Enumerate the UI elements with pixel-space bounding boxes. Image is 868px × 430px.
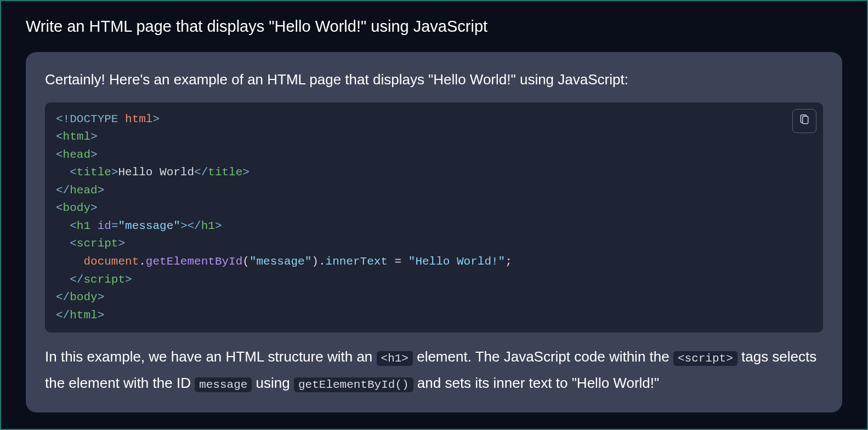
- code-token: >: [180, 220, 188, 232]
- code-line: <!DOCTYPE html>: [56, 111, 812, 129]
- code-token: </: [56, 184, 70, 197]
- code-token: <: [70, 166, 77, 179]
- code-line: <html>: [56, 128, 812, 146]
- code-line: <h1 id="message"></h1>: [56, 217, 812, 236]
- code-token: >: [98, 309, 105, 322]
- code-token: [56, 255, 83, 268]
- code-token: getElementById: [146, 255, 242, 268]
- code-token: <!: [56, 113, 70, 125]
- code-token: </: [56, 309, 70, 322]
- prompt-title: Write an HTML page that displays "Hello …: [26, 18, 842, 36]
- code-token: >: [152, 113, 160, 125]
- code-token: >: [125, 273, 132, 286]
- code-token: (: [242, 255, 249, 268]
- code-token: [401, 255, 409, 268]
- code-token: <: [70, 237, 77, 250]
- code-token: </: [188, 220, 201, 232]
- code-token: head: [70, 184, 97, 197]
- code-token: html: [70, 309, 97, 322]
- code-token: =: [111, 220, 118, 232]
- code-token: h1: [77, 220, 90, 232]
- response-card: Certainly! Here's an example of an HTML …: [26, 52, 842, 412]
- code-token: document: [83, 255, 139, 268]
- code-token: >: [98, 184, 105, 197]
- code-token: =: [395, 255, 402, 268]
- code-token: .: [139, 255, 146, 268]
- code-token: title: [208, 166, 242, 179]
- code-token: html: [118, 113, 152, 125]
- inline-code: message: [195, 377, 252, 392]
- code-token: DOCTYPE: [70, 113, 118, 125]
- code-line: <head>: [56, 146, 812, 164]
- code-token: h1: [201, 220, 215, 232]
- code-token: >: [98, 291, 105, 303]
- code-line: document.getElementById("message").inner…: [56, 253, 812, 271]
- code-token: body: [70, 291, 97, 303]
- inline-code: getElementById(): [294, 377, 413, 392]
- code-token: >: [215, 220, 222, 232]
- code-token: script: [77, 237, 118, 250]
- code-token: "message": [118, 220, 180, 232]
- code-token: [90, 220, 98, 232]
- code-token: >: [90, 202, 98, 214]
- code-token: >: [90, 148, 98, 161]
- code-token: [56, 237, 70, 250]
- inline-code: <script>: [673, 351, 737, 366]
- code-token: [56, 166, 70, 179]
- code-token: [388, 255, 395, 268]
- code-token: >: [111, 166, 118, 179]
- code-token: ): [311, 255, 319, 268]
- copy-button[interactable]: [792, 109, 816, 133]
- code-token: .: [319, 255, 326, 268]
- code-line: </html>: [56, 307, 812, 325]
- code-token: [56, 220, 70, 232]
- explanation-text: element. The JavaScript code within the: [413, 348, 673, 365]
- code-token: id: [98, 220, 111, 232]
- code-token: >: [90, 130, 98, 143]
- code-token: "message": [249, 255, 311, 268]
- code-line: </head>: [56, 182, 812, 200]
- explanation-text: and sets its inner text to "Hello World!…: [413, 375, 660, 391]
- response-explanation: In this example, we have an HTML structu…: [45, 343, 823, 396]
- code-token: <: [56, 148, 63, 161]
- code-token: script: [83, 273, 125, 286]
- code-token: body: [63, 202, 90, 214]
- code-token: <: [56, 130, 63, 143]
- code-token: </: [56, 291, 70, 303]
- code-token: [56, 273, 70, 286]
- svg-rect-0: [803, 116, 808, 123]
- code-token: </: [70, 273, 83, 286]
- explanation-text: In this example, we have an HTML structu…: [45, 348, 377, 365]
- response-intro: Certainly! Here's an example of an HTML …: [45, 68, 823, 91]
- code-token: head: [63, 148, 90, 161]
- code-token: </: [194, 166, 208, 179]
- code-line: <body>: [56, 199, 812, 217]
- code-line: </script>: [56, 271, 812, 289]
- inline-code: <h1>: [377, 351, 413, 366]
- code-token: <: [70, 220, 77, 232]
- code-token: >: [118, 237, 125, 250]
- explanation-text: using: [252, 375, 294, 391]
- code-token: Hello World: [118, 166, 194, 179]
- code-token: "Hello World!": [409, 255, 505, 268]
- code-token: title: [77, 166, 111, 179]
- code-block: <!DOCTYPE html> <html> <head> <title>Hel…: [45, 102, 823, 333]
- code-token: >: [242, 166, 249, 179]
- clipboard-icon: [799, 114, 810, 127]
- code-token: <: [56, 202, 63, 214]
- code-line: <title>Hello World</title>: [56, 164, 812, 182]
- code-token: ;: [505, 255, 512, 268]
- code-token: html: [63, 130, 90, 143]
- code-token: innerText: [326, 255, 388, 268]
- code-line: </body>: [56, 289, 812, 307]
- code-line: <script>: [56, 235, 812, 253]
